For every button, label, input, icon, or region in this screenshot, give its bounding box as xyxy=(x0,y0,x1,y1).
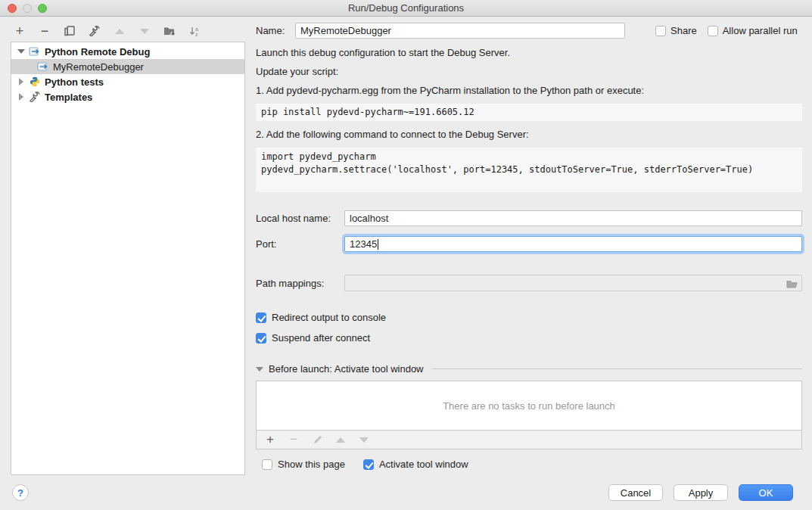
instruction-step-1: 1. Add pydevd-pycharm.egg from the PyCha… xyxy=(256,85,802,96)
configurations-toolbar: + − az xyxy=(14,23,201,39)
path-mappings-input[interactable] xyxy=(344,275,802,291)
move-task-up-icon xyxy=(334,434,347,446)
host-label: Local host name: xyxy=(256,213,344,224)
port-label: Port: xyxy=(256,238,344,250)
show-this-page-checkbox[interactable] xyxy=(262,459,272,470)
new-folder-icon[interactable] xyxy=(163,25,176,37)
redirect-output-option[interactable]: Redirect output to console xyxy=(256,312,802,323)
apply-button[interactable]: Apply xyxy=(674,484,728,501)
suspend-after-connect-option[interactable]: Suspend after connect xyxy=(256,332,802,344)
chevron-right-icon[interactable] xyxy=(17,93,25,101)
cancel-button[interactable]: Cancel xyxy=(608,484,663,501)
tree-item-label: Templates xyxy=(45,92,92,103)
close-window-icon[interactable] xyxy=(8,4,17,13)
python-icon xyxy=(29,76,41,88)
configurations-tree: Python Remote Debug MyRemoteDebugger Pyt… xyxy=(11,42,245,475)
chevron-down-icon[interactable] xyxy=(17,49,25,54)
instruction-line-2: Update your script: xyxy=(256,66,802,77)
settrace-snippet: import pydevd_pycharm pydevd_pycharm.set… xyxy=(256,148,802,192)
port-input[interactable]: 12345 xyxy=(344,236,802,252)
path-mappings-label: Path mappings: xyxy=(256,278,344,289)
edit-defaults-wrench-icon[interactable] xyxy=(89,25,101,37)
host-input[interactable] xyxy=(344,210,802,226)
svg-text:a: a xyxy=(195,26,198,31)
configuration-editor: Name: Share Allow parallel run Launch th… xyxy=(256,23,802,470)
sort-icon[interactable]: az xyxy=(188,25,201,37)
traffic-lights xyxy=(8,4,47,13)
name-input[interactable] xyxy=(295,23,625,39)
add-task-icon[interactable]: + xyxy=(264,434,276,446)
section-divider xyxy=(432,369,802,369)
instruction-line-1: Launch this debug configuration to start… xyxy=(256,47,802,58)
browse-folder-icon[interactable] xyxy=(786,278,798,288)
zoom-window-icon[interactable] xyxy=(38,4,47,13)
share-option[interactable]: Share xyxy=(655,25,697,36)
tree-item-python-remote-debug[interactable]: Python Remote Debug xyxy=(11,44,244,59)
title-bar: Run/Debug Configurations xyxy=(0,0,812,17)
allow-parallel-option[interactable]: Allow parallel run xyxy=(708,25,798,36)
move-down-icon xyxy=(138,25,151,37)
text-caret xyxy=(378,239,378,250)
copy-icon[interactable] xyxy=(64,25,76,37)
empty-task-message: There are no tasks to run before launch xyxy=(443,400,615,412)
suspend-after-connect-label: Suspend after connect xyxy=(272,332,370,344)
tree-item-label: Python Remote Debug xyxy=(45,46,150,58)
add-icon[interactable]: + xyxy=(14,25,26,37)
help-button[interactable]: ? xyxy=(12,484,29,501)
before-launch-task-list[interactable]: There are no tasks to run before launch xyxy=(256,381,802,431)
tree-item-label: MyRemoteDebugger xyxy=(53,61,144,73)
minimize-window-icon xyxy=(23,4,32,13)
move-up-icon xyxy=(114,25,126,37)
before-launch-section-header[interactable]: Before launch: Activate tool window xyxy=(256,363,802,375)
tree-item-myremotedebugger[interactable]: MyRemoteDebugger xyxy=(11,59,244,74)
share-checkbox[interactable] xyxy=(655,26,666,36)
allow-parallel-checkbox[interactable] xyxy=(708,26,718,36)
templates-wrench-icon xyxy=(29,91,41,103)
chevron-right-icon[interactable] xyxy=(17,78,25,86)
settrace-line-1: import pydevd_pycharm xyxy=(261,151,376,162)
chevron-down-icon[interactable] xyxy=(256,367,263,372)
window-title: Run/Debug Configurations xyxy=(348,2,464,14)
show-this-page-label: Show this page xyxy=(278,459,345,470)
redirect-output-label: Redirect output to console xyxy=(272,312,386,323)
remove-icon[interactable]: − xyxy=(39,25,51,37)
tree-item-python-tests[interactable]: Python tests xyxy=(11,74,244,89)
share-label: Share xyxy=(670,25,697,36)
remote-debug-config-icon xyxy=(37,61,49,73)
name-label: Name: xyxy=(256,25,295,36)
pip-install-snippet: pip install pydevd-pycharm~=191.6605.12 xyxy=(256,104,802,121)
before-launch-title: Before launch: Activate tool window xyxy=(269,363,424,375)
move-task-down-icon xyxy=(358,434,370,446)
ok-button[interactable]: OK xyxy=(739,484,793,501)
suspend-after-connect-checkbox[interactable] xyxy=(256,333,266,344)
edit-task-pencil-icon xyxy=(311,434,323,446)
remove-task-icon: − xyxy=(288,434,300,446)
settrace-line-2: pydevd_pycharm.settrace('localhost', por… xyxy=(261,164,753,175)
dialog-buttons: Cancel Apply OK xyxy=(608,484,793,501)
tree-item-templates[interactable]: Templates xyxy=(11,89,244,104)
activate-tool-window-label: Activate tool window xyxy=(379,459,468,470)
redirect-output-checkbox[interactable] xyxy=(256,313,266,323)
tree-item-label: Python tests xyxy=(45,76,104,88)
task-list-toolbar: + − xyxy=(256,431,802,449)
instruction-step-2: 2. Add the following command to connect … xyxy=(256,129,802,140)
activate-tool-window-checkbox[interactable] xyxy=(363,459,374,470)
allow-parallel-label: Allow parallel run xyxy=(723,25,798,36)
remote-debug-config-icon xyxy=(29,45,41,58)
port-value: 12345 xyxy=(350,238,377,250)
svg-text:z: z xyxy=(195,32,198,37)
